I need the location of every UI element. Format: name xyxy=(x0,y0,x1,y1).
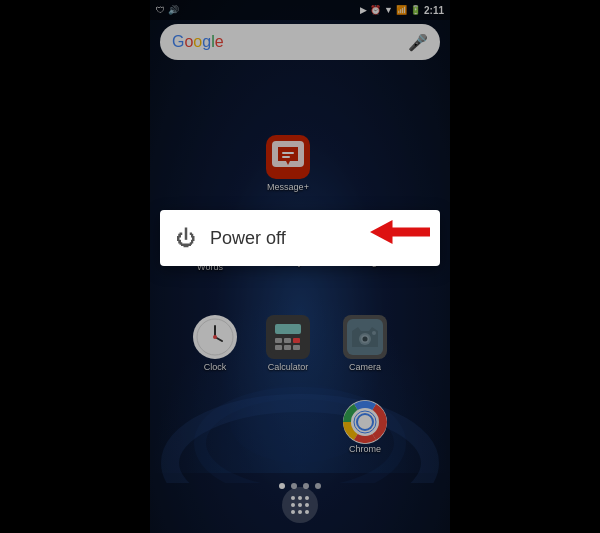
red-arrow-icon xyxy=(370,218,430,246)
power-icon: ⏻ xyxy=(176,227,196,250)
popup-overlay xyxy=(150,0,450,533)
phone-screen: 🛡 🔊 ▶ ⏰ ▼ 📶 🔋 2:11 Google 🎤 xyxy=(150,0,450,533)
arrow-container xyxy=(370,218,430,246)
svg-marker-38 xyxy=(370,220,430,244)
power-off-label: Power off xyxy=(210,228,286,249)
